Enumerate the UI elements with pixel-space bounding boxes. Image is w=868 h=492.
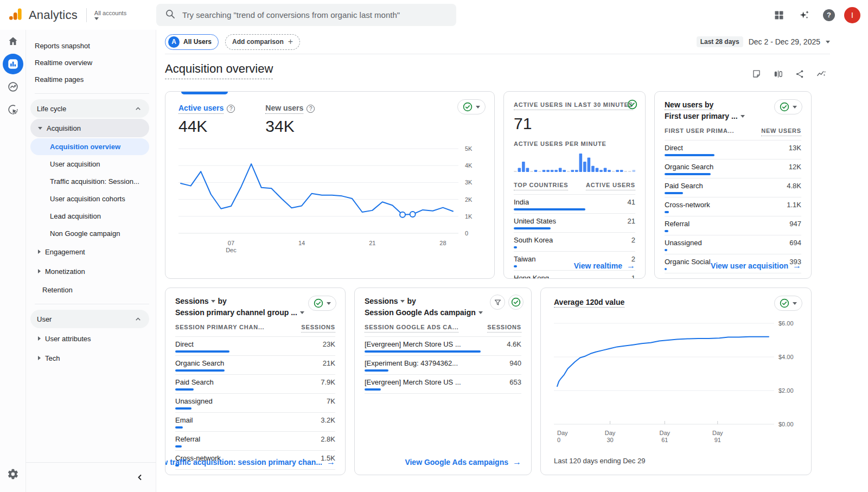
view-traffic-acquisition-link[interactable]: View traffic acquisition: session primar… — [165, 457, 335, 467]
table-row: Unassigned7K — [175, 394, 335, 413]
column-header: FIRST USER PRIMA... — [665, 127, 734, 134]
help-icon[interactable]: ? — [307, 105, 315, 113]
metric-active-users[interactable]: Active users ? 44K — [178, 104, 235, 136]
filter-button[interactable] — [490, 295, 505, 310]
help-icon[interactable]: ? — [227, 105, 235, 113]
dimension-dropdown[interactable]: First user primary ... — [665, 112, 745, 120]
section-label: Life cycle — [37, 105, 66, 113]
help-button[interactable]: ? — [819, 5, 839, 25]
sidebar-section-user[interactable]: User — [30, 310, 149, 328]
collapse-sidebar-button[interactable] — [132, 469, 148, 485]
svg-text:$6.00: $6.00 — [778, 320, 794, 327]
sidebar-item-realtime-overview[interactable]: Realtime overview — [26, 54, 156, 71]
sidebar-item-realtime-pages[interactable]: Realtime pages — [26, 71, 156, 88]
sidebar-item-user-acquisition[interactable]: User acquisition — [30, 156, 149, 172]
column-header: SESSIONS — [301, 324, 335, 333]
compare-icon — [773, 69, 783, 79]
help-icon: ? — [823, 9, 835, 21]
insights-button[interactable] — [813, 65, 830, 82]
row-label: Direct — [665, 144, 683, 152]
row-progress-bar — [665, 173, 711, 175]
share-button[interactable] — [791, 65, 808, 82]
sidebar-item-acquisition-overview[interactable]: Acquisition overview — [30, 138, 149, 155]
sidebar-item-tech[interactable]: Tech — [30, 349, 149, 367]
search-icon — [165, 9, 176, 22]
data-quality-dropdown[interactable] — [774, 296, 802, 311]
sidebar-item-retention[interactable]: Retention — [26, 282, 156, 298]
notes-button[interactable] — [748, 65, 765, 82]
svg-text:$2.00: $2.00 — [778, 387, 794, 394]
search-input[interactable] — [182, 10, 448, 20]
row-progress-bar — [175, 426, 183, 429]
chevron-down-icon — [478, 311, 483, 314]
sidebar-section-life-cycle[interactable]: Life cycle — [30, 99, 149, 118]
row-value: 4.8K — [787, 182, 801, 190]
row-value: 23K — [323, 340, 335, 348]
svg-text:14: 14 — [298, 240, 305, 246]
svg-text:2K: 2K — [465, 196, 473, 203]
nav-rail — [0, 30, 26, 492]
data-quality-badge[interactable] — [508, 295, 524, 310]
divider — [86, 8, 87, 22]
data-quality-badge[interactable] — [627, 99, 637, 112]
table-row: Hong Kong1 — [514, 271, 635, 279]
brand-title: Analytics — [29, 8, 78, 22]
row-value: 41 — [628, 198, 635, 206]
row-value: 1.1K — [787, 201, 801, 209]
apps-grid-button[interactable] — [769, 5, 789, 25]
dimension-dropdown[interactable]: Session primary channel group ... — [175, 308, 304, 317]
svg-text:1K: 1K — [465, 213, 473, 220]
compare-reports-button[interactable] — [769, 65, 787, 82]
sidebar-item-user-attributes[interactable]: User attributes — [30, 329, 149, 348]
metric-dropdown[interactable]: Sessions — [365, 297, 405, 305]
dimension-dropdown[interactable]: Session Google Ads campaign — [365, 308, 483, 317]
segment-chip-all-users[interactable]: A All Users — [165, 34, 219, 50]
data-quality-dropdown[interactable] — [774, 99, 802, 114]
divider — [35, 304, 149, 304]
metric-label[interactable]: Active users — [178, 104, 224, 114]
rail-explore-button[interactable] — [0, 75, 26, 98]
view-google-ads-campaigns-link[interactable]: View Google Ads campaigns→ — [405, 457, 521, 467]
add-comparison-button[interactable]: Add comparison + — [225, 34, 300, 50]
sidebar-item-label: Tech — [45, 354, 60, 362]
chevron-down-icon — [327, 302, 331, 305]
metric-dropdown[interactable]: Sessions — [175, 297, 215, 305]
row-label: Referral — [175, 435, 200, 443]
chevron-up-icon — [135, 105, 142, 112]
metric-label[interactable]: New users — [265, 104, 303, 114]
row-label: Unassigned — [175, 397, 213, 405]
svg-text:30: 30 — [607, 437, 613, 443]
table-row: Cross-network1.1K — [665, 197, 801, 216]
gemini-sparkle-button[interactable] — [794, 5, 814, 25]
row-label: Cross-network — [665, 201, 710, 209]
svg-text:3K: 3K — [465, 179, 473, 186]
avatar[interactable]: I — [844, 7, 860, 23]
sidebar-item-user-acquisition-cohorts[interactable]: User acquisition cohorts — [30, 190, 149, 207]
account-picker[interactable]: All accounts — [94, 10, 126, 20]
active-users-line-chart: 01K2K3K4K5K07Dec142128 — [178, 141, 482, 259]
sidebar-item-label: Monetization — [45, 267, 85, 276]
table-row: India41 — [514, 195, 635, 214]
filter-funnel-icon — [494, 298, 502, 306]
sidebar-item-engagement[interactable]: Engagement — [30, 242, 149, 261]
sidebar-item-reports-snapshot[interactable]: Reports snapshot — [26, 37, 156, 54]
sidebar-item-non-google-campaign[interactable]: Non Google campaign — [30, 225, 149, 242]
data-quality-dropdown[interactable] — [457, 99, 486, 114]
rail-reports-button[interactable] — [0, 53, 26, 75]
rail-home-button[interactable] — [0, 30, 26, 53]
rail-admin-button[interactable] — [0, 463, 26, 485]
row-value: 21K — [323, 359, 335, 367]
sidebar-item-lead-acquisition[interactable]: Lead acquisition — [30, 208, 149, 225]
metric-value: 34K — [265, 117, 315, 136]
sidebar-item-acquisition[interactable]: Acquisition — [30, 119, 149, 137]
metric-new-users[interactable]: New users ? 34K — [265, 104, 315, 136]
sidebar-item-monetization[interactable]: Monetization — [30, 262, 149, 280]
view-realtime-link[interactable]: View realtime→ — [574, 261, 635, 271]
data-quality-dropdown[interactable] — [308, 296, 336, 311]
rail-advertising-button[interactable] — [0, 98, 26, 121]
view-user-acquisition-link[interactable]: View user acquisition→ — [711, 261, 801, 271]
date-range-picker[interactable]: Last 28 days Dec 2 - Dec 29, 2025 — [697, 36, 830, 47]
sidebar-item-traffic-acquisition-session[interactable]: Traffic acquisition: Session... — [30, 173, 149, 190]
top-app-bar: Analytics All accounts — [0, 0, 868, 30]
search-bar[interactable] — [156, 4, 456, 26]
